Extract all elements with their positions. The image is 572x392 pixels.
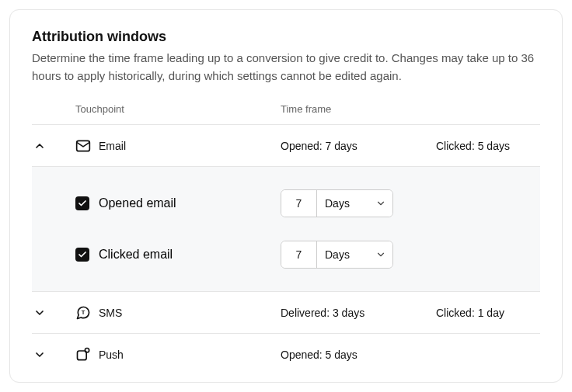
opened-unit-select[interactable]: Days <box>317 190 392 217</box>
row-email-label: Email <box>99 140 126 152</box>
checkbox-opened[interactable] <box>75 196 89 210</box>
column-header-touchpoint: Touchpoint <box>75 103 281 115</box>
row-push-summary-1: Opened: 5 days <box>281 349 436 361</box>
svg-point-3 <box>85 348 89 352</box>
table-header: Touchpoint Time frame <box>32 103 540 124</box>
attribution-windows-card: Attribution windows Determine the time f… <box>9 9 563 383</box>
opened-number-input[interactable] <box>281 190 317 217</box>
clicked-input-group: Days <box>281 241 393 269</box>
clicked-unit-select[interactable]: Days <box>317 241 392 268</box>
row-email-summary-2: Clicked: 5 days <box>436 140 540 152</box>
row-sms-label: SMS <box>99 307 122 319</box>
chevron-down-icon <box>33 349 46 361</box>
chevron-up-icon <box>33 140 46 152</box>
row-push-label: Push <box>99 349 124 361</box>
expanded-row-opened: Opened email Days <box>32 178 540 229</box>
checkbox-clicked[interactable] <box>75 248 89 262</box>
clicked-label: Clicked email <box>99 248 173 262</box>
chevron-down-icon <box>33 307 46 319</box>
row-email[interactable]: Email Opened: 7 days Clicked: 5 days <box>32 124 540 166</box>
expanded-email: Opened email Days <box>32 166 540 291</box>
mail-icon <box>75 138 91 154</box>
row-sms[interactable]: T SMS Delivered: 3 days Clicked: 1 day <box>32 291 540 333</box>
row-push[interactable]: Push Opened: 5 days <box>32 333 540 375</box>
row-sms-summary-1: Delivered: 3 days <box>281 307 436 319</box>
svg-rect-2 <box>78 351 87 360</box>
push-icon <box>75 347 91 363</box>
opened-input-group: Days <box>281 189 393 217</box>
expanded-row-clicked: Clicked email Days <box>32 229 540 280</box>
svg-text:T: T <box>82 308 85 315</box>
opened-label: Opened email <box>99 196 176 210</box>
sms-icon: T <box>75 305 91 321</box>
section-title: Attribution windows <box>32 29 540 45</box>
section-description: Determine the time frame leading up to a… <box>32 50 540 85</box>
row-email-summary-1: Opened: 7 days <box>281 140 436 152</box>
row-sms-summary-2: Clicked: 1 day <box>436 307 540 319</box>
column-header-timeframe: Time frame <box>281 103 540 115</box>
clicked-number-input[interactable] <box>281 241 317 268</box>
